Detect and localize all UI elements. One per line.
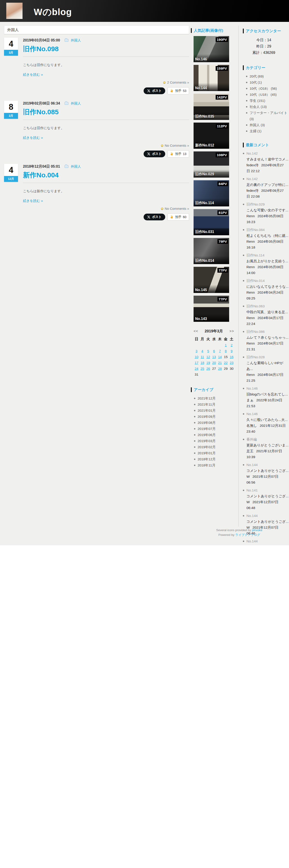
calendar-day[interactable]: 4 — [200, 348, 205, 354]
comment-post-title[interactable]: No.142 — [247, 176, 289, 182]
popular-article-item[interactable]: 108PV 旧作No.029 — [193, 151, 229, 178]
comments-link[interactable]: No Comments » — [165, 144, 189, 147]
comment-post-title[interactable]: No.142 — [247, 151, 289, 156]
archive-item[interactable]: 2019年03月 — [194, 438, 239, 444]
calendar-day[interactable]: 12 — [205, 354, 211, 360]
calendar-weekday: 火 — [205, 336, 211, 342]
calendar-day[interactable]: 24 — [193, 366, 200, 372]
category-item[interactable]: 20代 (69) — [246, 73, 289, 79]
clap-button[interactable]: 拍手 13 — [168, 150, 189, 157]
livedoor-blog-link[interactable]: ライブドアブログ — [235, 533, 260, 536]
comment-post-title[interactable]: 番外編 — [247, 436, 289, 442]
comments-link[interactable]: 2 Comments » — [167, 81, 189, 84]
category-item[interactable]: 主婦 (1) — [246, 128, 289, 134]
calendar-day[interactable]: 16 — [229, 354, 234, 360]
calendar-day[interactable]: 2 — [229, 342, 234, 348]
post-title-link[interactable]: 新作No.004 — [23, 170, 189, 180]
popular-article-item[interactable]: 79PV 旧作No.014 — [193, 238, 229, 264]
comment-post-title[interactable]: 旧作No.084 — [247, 227, 289, 233]
read-more-link[interactable]: 続きを読む » — [23, 136, 43, 140]
calendar-day[interactable]: 23 — [229, 360, 234, 366]
popular-article-item[interactable]: 81PV 旧作No.031 — [193, 209, 229, 235]
archive-item[interactable]: 2018年11月 — [194, 462, 239, 468]
calendar-day[interactable]: 5 — [205, 348, 211, 354]
comment-post-title[interactable]: 旧作No.086 — [247, 329, 289, 335]
post-title-link[interactable]: 旧作No.085 — [23, 107, 189, 117]
post-category-link[interactable]: 外国人 — [71, 38, 81, 42]
category-item[interactable]: 学生 (151) — [246, 98, 289, 104]
popular-article-item[interactable]: 190PV No.146 — [193, 36, 229, 62]
post-datetime: 2019年03月04日 05:00 — [23, 38, 60, 42]
comment-post-title[interactable]: No.141 — [247, 487, 289, 493]
category-item[interactable]: 外国人 (3) — [246, 122, 289, 128]
calendar-day[interactable]: 14 — [217, 354, 223, 360]
comment-post-title[interactable]: 旧作No.029 — [247, 202, 289, 207]
comment-post-title[interactable]: 旧作No.114 — [247, 252, 289, 258]
comment-post-title[interactable]: 旧作No.028 — [247, 354, 289, 360]
calendar-day[interactable]: 13 — [211, 354, 217, 360]
archive-item[interactable]: 2021年11月 — [194, 401, 239, 407]
archive-item[interactable]: 2019年09月 — [194, 413, 239, 420]
post-category-link[interactable]: 外国人 — [71, 164, 81, 168]
post-category-link[interactable]: 外国人 — [71, 101, 81, 105]
calendar-day[interactable]: 17 — [193, 360, 200, 366]
calendar-prev-link[interactable]: << — [193, 329, 198, 333]
calendar-day[interactable]: 28 — [217, 366, 223, 372]
archive-item[interactable]: 2021年12月 — [194, 395, 239, 401]
post-body: 2018年12月04日 05:01 外国人 新作No.004 こちらは新作になり… — [23, 164, 189, 221]
comment-post-title[interactable]: No.146 — [247, 411, 289, 417]
popular-article-item[interactable]: 159PV No.144 — [193, 65, 229, 91]
archive-item[interactable]: 2019年06月 — [194, 432, 239, 438]
pinvoke-link[interactable]: pinvoke — [252, 528, 262, 532]
x-post-button[interactable]: ポスト — [144, 151, 165, 157]
popular-article-item[interactable]: 77PV No.143 — [193, 296, 229, 322]
category-item[interactable]: 10代（U18） (45) — [246, 92, 289, 98]
calendar-day[interactable]: 18 — [200, 360, 205, 366]
calendar-day[interactable]: 26 — [205, 366, 211, 372]
clap-button[interactable]: 拍手 53 — [168, 87, 189, 94]
blog-title[interactable]: Wのblog — [34, 6, 72, 18]
read-more-link[interactable]: 続きを読む » — [23, 72, 43, 77]
calendar-day[interactable]: 25 — [200, 366, 205, 372]
comment-post-title[interactable]: No.144 — [247, 462, 289, 468]
archive-item[interactable]: 2019年08月 — [194, 420, 239, 426]
x-post-button[interactable]: ポスト — [144, 214, 165, 220]
comments-link[interactable]: No Comments » — [165, 207, 189, 211]
x-post-button[interactable]: ポスト — [144, 87, 165, 94]
clap-button[interactable]: 拍手 60 — [168, 213, 189, 221]
category-item[interactable]: 10代（O18） (56) — [246, 85, 289, 92]
comment-post-title[interactable]: 旧作No.014 — [247, 278, 289, 284]
read-more-link[interactable]: 続きを読む » — [23, 199, 43, 203]
archive-item[interactable]: 2019年01月 — [194, 450, 239, 456]
post-title-link[interactable]: 旧作No.098 — [23, 44, 189, 54]
calendar-day[interactable]: 3 — [193, 348, 200, 354]
footer-icons-credit-text: Several icons provided by — [216, 528, 252, 532]
category-item[interactable]: フリーター・アルバイト (3) — [246, 110, 289, 122]
popular-article-item[interactable]: 142PV 旧作No.035 — [193, 94, 229, 120]
comment-post-title[interactable]: 旧作No.063 — [247, 303, 289, 309]
comment-post-title[interactable]: No.144 — [247, 538, 289, 544]
calendar-day[interactable]: 9 — [229, 348, 234, 354]
calendar-day[interactable]: 6 — [211, 348, 217, 354]
calendar-day[interactable]: 8 — [223, 348, 229, 354]
comment-post-title[interactable]: No.146 — [247, 385, 289, 392]
archive-item[interactable]: 2021年01月 — [194, 407, 239, 413]
archive-item[interactable]: 2019年02月 — [194, 444, 239, 450]
calendar-day[interactable]: 21 — [217, 360, 223, 366]
category-item[interactable]: 社会人 (13) — [246, 104, 289, 110]
archive-item[interactable]: 2018年12月 — [194, 456, 239, 462]
popular-article-item[interactable]: 77PV No.145 — [193, 267, 229, 293]
category-item[interactable]: 10代 (1) — [246, 79, 289, 85]
popular-article-item[interactable]: 84PV 旧作No.114 — [193, 180, 229, 207]
calendar-day[interactable]: 1 — [223, 342, 229, 348]
calendar-day[interactable]: 19 — [205, 360, 211, 366]
calendar-day[interactable]: 10 — [193, 354, 200, 360]
archive-item[interactable]: 2019年07月 — [194, 426, 239, 432]
comment-post-title[interactable]: No.144 — [247, 513, 289, 519]
calendar-day[interactable]: 22 — [223, 360, 229, 366]
calendar-day[interactable]: 7 — [217, 348, 223, 354]
popular-article-item[interactable]: 112PV 新作No.012 — [193, 123, 229, 149]
calendar-day[interactable]: 20 — [211, 360, 217, 366]
calendar-next-link[interactable]: >> — [229, 329, 234, 333]
calendar-day[interactable]: 11 — [200, 354, 205, 360]
